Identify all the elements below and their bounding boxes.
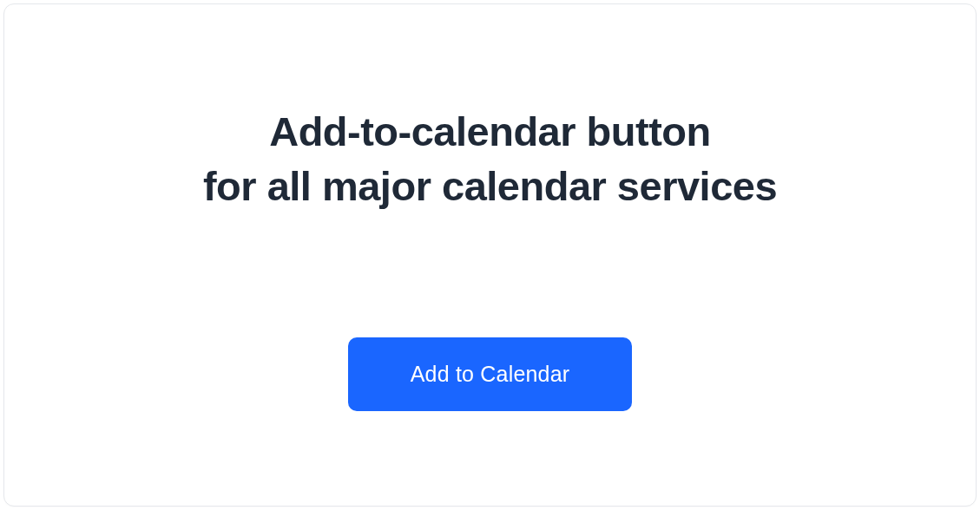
page-title: Add-to-calendar button for all major cal… (203, 104, 777, 214)
heading-line-1: Add-to-calendar button (203, 104, 777, 159)
heading-line-2: for all major calendar services (203, 159, 777, 213)
content-card: Add-to-calendar button for all major cal… (3, 3, 977, 507)
add-to-calendar-button[interactable]: Add to Calendar (348, 337, 633, 411)
